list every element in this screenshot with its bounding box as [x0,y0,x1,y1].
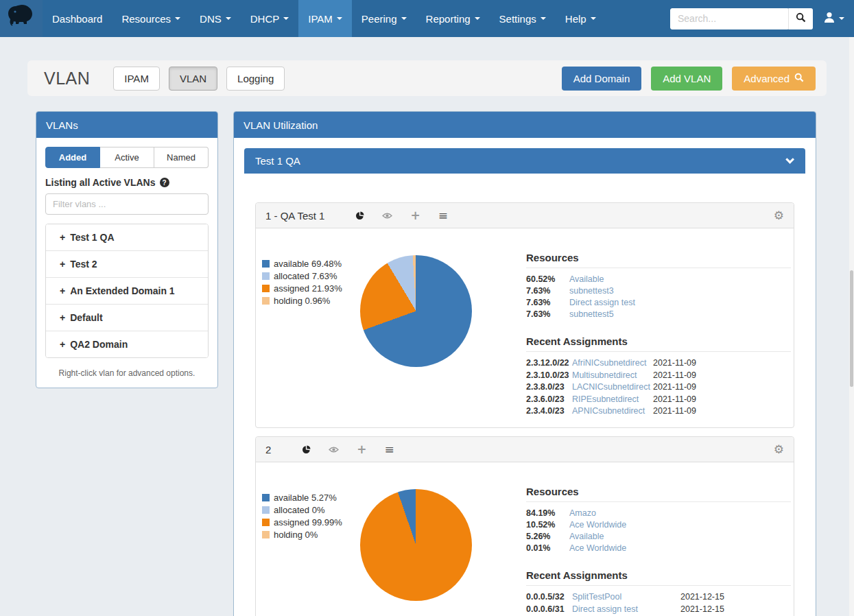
nav-dns[interactable]: DNS [190,0,241,37]
nav-ipam[interactable]: IPAM [298,0,352,37]
nav-peering[interactable]: Peering [352,0,416,37]
resource-link[interactable]: Available [569,531,604,543]
assignment-row: 0.0.0.6/31Direct assign test2021-12-15 [526,604,791,616]
legend-swatch [262,272,270,280]
vlan-list-item[interactable]: +Test 1 QA [46,224,208,251]
add-vlan-button[interactable]: Add VLAN [651,67,722,91]
assignment-row: 2.3.6.0/23RIPEsubnetdirect2021-11-09 [526,394,791,406]
user-icon [824,12,835,25]
vlan-block-2: 2 + ≡ ⚙ available 5.2 [255,436,794,616]
filter-vlans-input[interactable] [45,193,209,215]
page-title: VLAN [44,69,90,88]
vlan-list-item[interactable]: +An Extended Domain 1 [46,278,208,305]
page-scrollbar[interactable] [849,37,854,616]
search-icon [794,73,804,84]
caret-down-icon [475,17,480,20]
plus-icon[interactable]: + [410,210,420,222]
pie-chart-icon[interactable] [355,211,364,220]
view-vlan-button[interactable]: VLAN [169,67,217,91]
view-logging-button[interactable]: Logging [226,67,285,91]
mammoth-logo-icon [6,3,36,34]
vlan-block-1: 1 - QA Test 1 + ≡ ⚙ a [255,202,794,428]
eye-icon[interactable] [329,446,339,453]
assignment-link[interactable]: Direct assign test [572,604,680,616]
assignment-link[interactable]: RIPEsubnetdirect [572,394,653,406]
nav-dashboard[interactable]: Dashboard [43,0,112,37]
assignment-link[interactable]: SplitTestPool [572,591,680,604]
question-circle-icon[interactable]: ? [160,178,169,187]
legend-swatch [262,285,270,292]
caret-down-icon [226,17,231,20]
domain-section-header[interactable]: Test 1 QA [244,148,805,174]
vlans-panel-title: VLANs [36,112,217,138]
vlan-list-item[interactable]: +Default [46,305,208,331]
resource-row: 5.26%Available [526,531,791,543]
vlan-list-item[interactable]: +QA2 Domain [46,331,208,357]
caret-down-icon [283,17,289,20]
resource-row: 10.52%Ace Worldwide [526,519,791,531]
resource-link[interactable]: Ace Worldwide [569,519,626,531]
app-logo[interactable] [0,0,43,37]
assignment-link[interactable]: LACNICsubnetdirect [572,381,653,394]
nav-help[interactable]: Help [556,0,606,37]
add-domain-button[interactable]: Add Domain [562,67,642,91]
vlan-utilization-panel: VLAN Utilization Test 1 QA 1 - QA Test 1 [233,111,816,616]
view-switcher: IPAM VLAN Logging [113,67,285,91]
main-menu: Dashboard Resources DNS DHCP IPAM Peerin… [43,0,606,37]
assignment-link[interactable]: Multisubnetdirect [572,370,653,382]
scrollbar-thumb[interactable] [850,270,853,387]
listing-label: Listing all Active VLANs [45,177,156,188]
list-icon[interactable]: ≡ [438,210,448,222]
resource-row: 7.63%subnettest3 [526,285,791,297]
resource-row: 84.19%Amazo [526,508,791,519]
tab-named[interactable]: Named [154,147,209,168]
vlan-list-item[interactable]: +Test 2 [46,251,208,278]
chevron-down-icon [785,155,794,164]
nav-reporting[interactable]: Reporting [416,0,490,37]
resource-row: 60.52%Available [526,274,791,285]
vlan-block-title: 2 [265,444,271,455]
eye-icon[interactable] [382,212,392,220]
view-ipam-button[interactable]: IPAM [113,67,160,91]
tab-active[interactable]: Active [100,147,154,168]
resource-link[interactable]: Direct assign test [569,297,635,309]
search-input[interactable] [670,8,788,29]
resource-link[interactable]: Ace Worldwide [569,543,626,554]
pie-chart-icon[interactable] [302,445,311,454]
caret-down-icon [541,17,546,20]
assignment-link[interactable]: APNICsubnetdirect [572,405,653,418]
advanced-search-button[interactable]: Advanced [732,67,816,91]
nav-dhcp[interactable]: DHCP [241,0,299,37]
page-actions: Add Domain Add VLAN Advanced [562,67,816,91]
resource-link[interactable]: Amazo [569,508,596,519]
resource-link[interactable]: subnettest5 [569,309,614,320]
gear-icon[interactable]: ⚙ [774,444,784,455]
search-button[interactable] [788,8,813,29]
resources-heading: Resources [526,486,791,502]
resource-link[interactable]: subnettest3 [569,285,614,297]
expand-icon: + [60,312,65,323]
pie-legend: available 69.48% allocated 7.63% assigne… [262,259,342,308]
resource-row: 7.63%subnettest5 [526,309,791,320]
utilization-pie-chart [360,489,472,601]
page-header: VLAN IPAM VLAN Logging Add Domain Add VL… [27,60,827,96]
plus-icon[interactable]: + [357,444,366,455]
resource-link[interactable]: Available [569,274,604,285]
nav-settings[interactable]: Settings [490,0,556,37]
tab-added[interactable]: Added [45,147,100,168]
assignment-link[interactable]: AfriNICsubnetdirect [572,357,653,370]
search-icon [796,12,806,25]
legend-swatch [262,494,270,501]
expand-icon: + [60,285,65,296]
vlan-block-title: 1 - QA Test 1 [265,210,324,222]
resources-heading: Resources [526,252,791,268]
nav-resources[interactable]: Resources [112,0,190,37]
user-menu[interactable] [824,12,844,25]
list-icon[interactable]: ≡ [385,444,394,455]
expand-icon: + [60,232,65,243]
recent-assignments-heading: Recent Assignments [526,335,791,352]
legend-swatch [262,506,270,514]
caret-down-icon [337,17,342,20]
expand-icon: + [60,259,65,270]
gear-icon[interactable]: ⚙ [774,210,784,222]
